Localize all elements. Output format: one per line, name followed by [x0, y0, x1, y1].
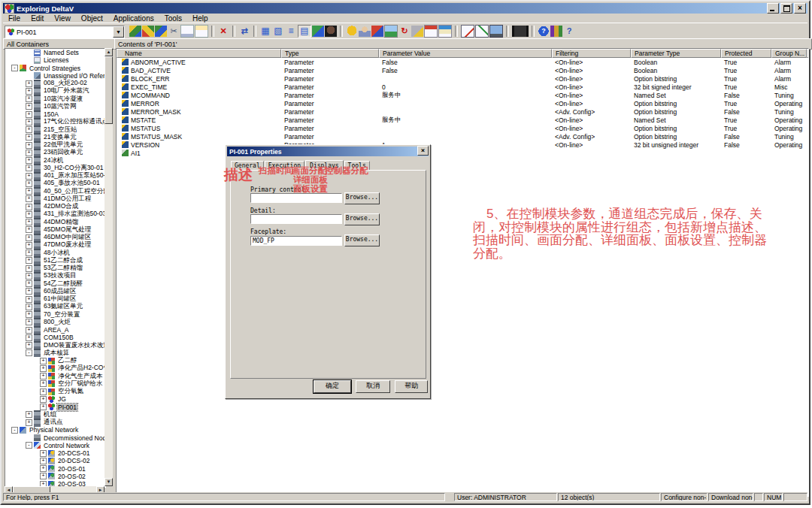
expand-icon[interactable]: +	[26, 265, 32, 272]
expand-icon[interactable]: +	[40, 389, 47, 395]
small-icons-view-icon[interactable]: ▧	[272, 26, 284, 37]
paste-icon[interactable]	[195, 25, 208, 38]
table-row[interactable]: BLOCK_ERRParameter<On-line>Option bitstr…	[117, 74, 808, 83]
module-combobox[interactable]: PI-001 ▼	[5, 26, 125, 38]
scroll-down-button[interactable]: ▼	[105, 478, 113, 486]
help-button[interactable]: 帮助	[395, 380, 428, 393]
column-header-protected[interactable]: Protected	[721, 49, 771, 58]
expand-icon[interactable]: +	[26, 304, 32, 310]
menu-view[interactable]: View	[49, 14, 76, 23]
history-chart-icon[interactable]	[461, 25, 474, 38]
table-row[interactable]: MERRORParameter<On-line>Option bitstring…	[117, 99, 808, 107]
table-row[interactable]: EXEC_TIMEParameter0<On-line>32 bit signe…	[117, 83, 808, 91]
expand-icon[interactable]: +	[26, 103, 32, 110]
column-header-parameter-value[interactable]: Parameter Value	[379, 49, 552, 58]
tree-item[interactable]: +20-OS-01	[5, 465, 105, 473]
expand-icon[interactable]: +	[26, 80, 32, 87]
browse-button[interactable]: Browse...	[344, 234, 380, 246]
up-level-icon[interactable]	[312, 26, 324, 37]
user-icon[interactable]	[325, 26, 337, 37]
menu-help[interactable]: Help	[187, 14, 214, 23]
table-row[interactable]: MSTATEParameter服务中<On-line>Named SetTrue…	[117, 116, 808, 124]
column-header-parameter-type[interactable]: Parameter Type	[631, 49, 721, 58]
expand-icon[interactable]: +	[26, 219, 32, 225]
title-bar[interactable]: Exploring DeltaV	[3, 3, 807, 14]
dialog-close-icon[interactable]: ×	[417, 146, 429, 156]
column-header-group-n-[interactable]: Group N...	[771, 49, 807, 58]
cancel-button[interactable]: 取消	[356, 380, 390, 393]
tree-vscrollbar[interactable]: ▲ ▼	[105, 48, 113, 486]
expand-icon[interactable]: +	[26, 111, 32, 118]
explorer-total-icon[interactable]	[129, 26, 141, 37]
column-header-type[interactable]: Type	[281, 49, 379, 58]
refresh-icon[interactable]: ↻	[398, 26, 411, 37]
expand-icon[interactable]: +	[26, 226, 32, 233]
trend-chart-icon[interactable]	[475, 25, 489, 38]
undo-icon[interactable]: ⇄	[238, 26, 250, 37]
column-header-name[interactable]: Name	[117, 49, 281, 58]
expand-icon[interactable]: +	[26, 134, 32, 141]
expand-icon[interactable]: +	[40, 380, 47, 387]
field-input-faceplate-[interactable]: MOD_FP	[250, 236, 342, 246]
menu-tools[interactable]: Tools	[159, 14, 187, 23]
column-header-filtering[interactable]: Filtering	[552, 49, 631, 58]
tree-item[interactable]: Licenses	[5, 56, 105, 64]
alarm-bell-icon[interactable]	[346, 26, 358, 37]
tree-item[interactable]: +通讯点	[5, 419, 105, 426]
minimize-button[interactable]	[767, 3, 779, 14]
expand-icon[interactable]: +	[26, 211, 32, 218]
tree-item[interactable]: -Physical Network	[5, 426, 105, 434]
expand-icon[interactable]: +	[40, 450, 47, 457]
delete-icon[interactable]: ✕	[217, 26, 229, 37]
collapse-icon[interactable]: -	[26, 442, 32, 449]
expand-icon[interactable]: +	[26, 249, 32, 256]
table-row[interactable]: AI1	[117, 149, 808, 157]
restore-button[interactable]	[780, 3, 792, 14]
expand-icon[interactable]: +	[40, 396, 47, 403]
collapse-icon[interactable]: -	[26, 349, 32, 356]
collapse-icon[interactable]: -	[11, 427, 18, 434]
expand-icon[interactable]: +	[40, 473, 47, 479]
film-icon[interactable]	[512, 26, 529, 37]
books-icon[interactable]	[550, 26, 562, 37]
expand-icon[interactable]: +	[26, 173, 32, 180]
expand-icon[interactable]: +	[26, 142, 32, 149]
expand-icon[interactable]: +	[26, 242, 32, 249]
expand-icon[interactable]: +	[40, 365, 47, 372]
expand-icon[interactable]: +	[26, 126, 32, 133]
expand-icon[interactable]: +	[40, 373, 47, 379]
copy-icon[interactable]	[180, 25, 194, 38]
expand-icon[interactable]: +	[26, 95, 32, 102]
tree-item[interactable]: +800_火炬	[5, 319, 105, 326]
dialog-title-bar[interactable]: PI-001 Properties	[227, 147, 429, 156]
tree-item[interactable]: -Control Strategies	[5, 65, 105, 72]
tree-item[interactable]: +AREA_A	[5, 326, 105, 334]
expand-icon[interactable]: +	[26, 88, 32, 95]
details-view-icon[interactable]: ▤	[298, 25, 311, 38]
expand-icon[interactable]: +	[40, 458, 47, 464]
table-row[interactable]: MCOMMANDParameter服务中<On-line>Named SetFa…	[117, 91, 808, 99]
collapse-icon[interactable]: -	[11, 65, 18, 71]
expand-icon[interactable]: +	[26, 280, 32, 287]
expand-icon[interactable]: +	[26, 195, 32, 202]
expand-icon[interactable]: +	[26, 273, 32, 280]
expand-icon[interactable]: +	[40, 465, 47, 472]
browse-button[interactable]: Browse...	[344, 213, 380, 225]
help-icon[interactable]: ?	[538, 26, 550, 37]
scroll-up-button[interactable]: ▲	[105, 48, 113, 56]
expand-icon[interactable]: +	[26, 334, 32, 341]
expand-icon[interactable]: +	[26, 419, 32, 426]
eraser-icon[interactable]	[371, 26, 383, 37]
explorer-strategies-icon[interactable]	[142, 26, 154, 37]
list-view-icon[interactable]: ≡	[285, 26, 297, 37]
table-row[interactable]: BAD_ACTIVEParameterFalse<On-line>Boolean…	[117, 66, 808, 74]
cut-icon[interactable]: ✂	[168, 26, 180, 37]
tree-item[interactable]: +20-DCS-01	[5, 449, 105, 457]
close-button[interactable]	[794, 3, 806, 14]
menu-applications[interactable]: Applications	[108, 14, 159, 23]
menu-object[interactable]: Object	[76, 14, 108, 23]
expand-icon[interactable]: +	[26, 327, 32, 334]
whatsthis-icon[interactable]: ?	[563, 26, 575, 37]
expand-icon[interactable]: +	[26, 180, 32, 187]
tree-item[interactable]: +空分氧氮	[5, 388, 105, 395]
